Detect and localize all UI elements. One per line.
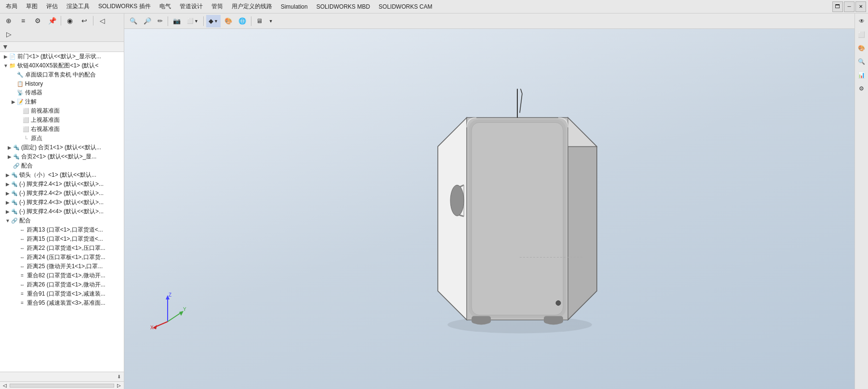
menu-simulation[interactable]: Simulation <box>277 1 312 12</box>
scroll-indicator: ⬇ <box>0 372 124 381</box>
display-button[interactable]: 🖥 <box>254 15 265 27</box>
tree-item-front-door[interactable]: ▶ 📄 前门<1> (默认<<默认>_显示状... <box>0 52 124 61</box>
tree-item-coincident82[interactable]: = 重合82 (口罩货道<1>,微动开... <box>0 271 124 280</box>
tree-item-coincident91[interactable]: = 重合91 (口罩货道<1>,减速装... <box>0 289 124 298</box>
expand-arrow[interactable]: ▶ <box>5 200 11 206</box>
scroll-right-button[interactable]: ▷ <box>115 382 123 389</box>
component-icon: 🔩 <box>11 181 18 188</box>
edit-button[interactable]: ✏ <box>155 15 165 27</box>
appearance-button[interactable]: 🎨 <box>222 15 235 27</box>
settings-button[interactable]: ⚙ <box>31 14 44 27</box>
menu-render[interactable]: 渲染工具 <box>63 0 93 13</box>
tree-item-foot3[interactable]: ▶ 🔩 (-) 脚支撑2.4<3> (默认<<默认>... <box>0 198 124 207</box>
scene-button[interactable]: 🌐 <box>236 15 249 27</box>
tree-item-distance25[interactable]: ↔ 距离25 (微动开关1<1>,口罩... <box>0 262 124 271</box>
expand-arrow[interactable]: ▶ <box>5 172 11 178</box>
tree-item-top-plane[interactable]: ⬜ 上视基准面 <box>0 116 124 125</box>
tree-item-distance15[interactable]: ↔ 距离15 (口罩<1>,口罩货道<... <box>0 234 124 244</box>
right-sidebar: 👁 ⬜ 🎨 🔍 📊 ⚙ <box>855 13 868 389</box>
tree-item-front-plane[interactable]: ⬜ 前视基准面 <box>0 106 124 116</box>
tree-item-distance26[interactable]: ↔ 距离26 (口罩货道<1>,微动开... <box>0 280 124 289</box>
expand-arrow[interactable]: ▶ <box>7 154 13 160</box>
view-orient-button[interactable]: 👁 <box>856 15 868 27</box>
maximize-button[interactable]: 🗖 <box>832 1 843 12</box>
tree-item-distance24[interactable]: ↔ 距离24 (压口罩板<1>,口罩货... <box>0 253 124 262</box>
tree-item-annotations[interactable]: ▶ 📝 注解 <box>0 97 124 106</box>
3d-viewport[interactable]: Z Y X <box>124 29 855 389</box>
tree-item-distance13[interactable]: ↔ 距离13 (口罩<1>,口罩货道<... <box>0 225 124 234</box>
tree-item-distance22[interactable]: ↔ 距离22 (口罩货道<1>,压口罩... <box>0 244 124 253</box>
menu-layout[interactable]: 布局 <box>2 0 21 13</box>
menu-sketch[interactable]: 草图 <box>22 0 41 13</box>
svg-line-13 <box>520 93 522 113</box>
settings-button[interactable]: ▼ <box>266 15 276 27</box>
tree-item-history[interactable]: 📋 History <box>0 79 124 88</box>
expand-arrow <box>11 90 16 96</box>
menu-pipe[interactable]: 管道设计 <box>176 0 207 13</box>
home-button[interactable]: ⊕ <box>2 14 15 27</box>
list-button[interactable]: ≡ <box>16 14 30 27</box>
menu-sw-mbd[interactable]: SOLIDWORKS MBD <box>313 1 374 12</box>
tree-item-foot2[interactable]: ▶ 🔩 (-) 脚支撑2.4<2> (默认<<默认>... <box>0 189 124 198</box>
feature-manager-button[interactable]: ⚙ <box>856 83 868 94</box>
menu-sw-plugin[interactable]: SOLIDWORKS 插件 <box>94 0 155 13</box>
tree-item-right-plane[interactable]: ⬜ 右视基准面 <box>0 125 124 134</box>
tree-item-hinge1[interactable]: ▶ 🔩 (固定) 合页1<1> (默认<<默认... <box>0 143 124 152</box>
expand-arrow <box>13 300 18 306</box>
toolbar-separator2 <box>93 16 93 26</box>
tree-label: 距离26 (口罩货道<1>,微动开... <box>27 281 105 289</box>
bottom-scroll: ◁ ▷ <box>0 381 124 389</box>
coincident-icon: = <box>18 272 26 280</box>
tree-item-mates[interactable]: 🔗 配合 <box>0 161 124 170</box>
plane-icon: ⬜ <box>22 107 30 115</box>
display-manager-button[interactable]: 🎨 <box>856 42 868 54</box>
h-scrollbar[interactable] <box>10 384 114 388</box>
tree-item-origin[interactable]: └ 原点 <box>0 134 124 143</box>
back-button[interactable]: ↩ <box>78 14 91 27</box>
zoom-out-button[interactable]: 🔎 <box>141 15 154 27</box>
expand-arrow[interactable]: ▼ <box>5 218 11 224</box>
view-box-button[interactable]: ⬜ ▼ <box>184 15 201 27</box>
expand-arrow[interactable]: ▶ <box>11 99 16 105</box>
left-toolbar: ⊕ ≡ ⚙ 📌 ◉ ↩ ◁ ▷ <box>0 13 124 42</box>
menu-tube[interactable]: 管筒 <box>208 0 227 13</box>
tree-item-mates-in-assembly[interactable]: 🔧 卓面级口罩售卖机 中的配合 <box>0 70 124 79</box>
display-style-button[interactable]: ◆ ▼ <box>206 15 221 27</box>
tree-item-hinge-assy[interactable]: ▼ 📁 钦链40X40X5装配图<1> (默认< <box>0 61 124 70</box>
next-button[interactable]: ▷ <box>2 28 15 40</box>
tree-item-foot1[interactable]: ▶ 🔩 (-) 脚支撑2.4<1> (默认<<默认>... <box>0 180 124 189</box>
svg-point-8 <box>450 185 464 216</box>
search-button[interactable]: 🔍 <box>856 56 868 67</box>
expand-arrow[interactable]: ▼ <box>3 63 9 69</box>
tree-item-mates2[interactable]: ▼ 🔗 配合 <box>0 216 124 225</box>
minimize-button[interactable]: ─ <box>844 1 855 12</box>
scroll-left-button[interactable]: ◁ <box>1 382 9 389</box>
property-manager-button[interactable]: 📊 <box>856 69 868 81</box>
tree-item-coincident95[interactable]: = 重合95 (减速装置<3>,基准面... <box>0 298 124 308</box>
close-button[interactable]: ✕ <box>855 1 866 12</box>
tree-item-hinge2[interactable]: ▶ 🔩 合页2<1> (默认<<默认>_显... <box>0 152 124 161</box>
camera-button[interactable]: 📷 <box>171 15 183 27</box>
menu-custom-route[interactable]: 用户定义的线路 <box>228 0 276 13</box>
tree-item-sensors[interactable]: 📡 传感器 <box>0 88 124 97</box>
tree-item-foot4[interactable]: ▶ 🔩 (-) 脚支撑2.4<4> (默认<<默认>... <box>0 207 124 216</box>
sensor-icon: 📡 <box>16 89 24 97</box>
tree-label: 传感器 <box>25 89 42 97</box>
expand-arrow[interactable]: ▶ <box>5 191 11 196</box>
menu-electric[interactable]: 电气 <box>156 0 175 13</box>
expand-arrow[interactable]: ▶ <box>3 54 9 60</box>
component-icon: 🔩 <box>11 171 18 179</box>
menu-evaluate[interactable]: 评估 <box>42 0 62 13</box>
menu-sw-cam[interactable]: SOLIDWORKS CAM <box>375 1 436 12</box>
expand-arrow[interactable]: ▶ <box>7 145 13 151</box>
expand-arrow[interactable]: ▶ <box>5 182 11 187</box>
prev-button[interactable]: ◁ <box>95 14 109 27</box>
component-icon: 🔩 <box>13 144 20 152</box>
zoom-button[interactable]: 🔍 <box>127 15 140 27</box>
expand-arrow[interactable]: ▶ <box>5 209 11 215</box>
view-planes-button[interactable]: ⬜ <box>856 29 868 40</box>
tree-item-lock[interactable]: ▶ 🔩 锁头（小）<1> (默认<<默认... <box>0 170 124 180</box>
distance-icon2: ↔ <box>18 281 26 289</box>
display-button[interactable]: ◉ <box>63 14 77 27</box>
pin-button[interactable]: 📌 <box>45 14 59 27</box>
